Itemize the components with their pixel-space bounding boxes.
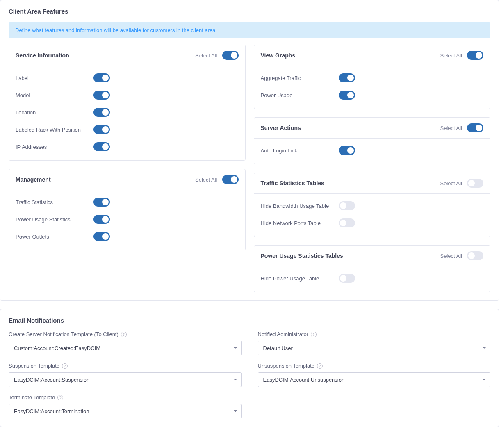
- caret-down-icon: [234, 379, 237, 380]
- select-all-toggle-view-graphs[interactable]: [467, 51, 483, 60]
- select-unsuspension-template[interactable]: EasyDCIM:Account:Unsuspension: [258, 372, 491, 387]
- toggle-row: Labeled Rack With Position: [16, 121, 239, 138]
- form-group-create-server: Create Server Notification Template (To …: [9, 331, 242, 355]
- select-create-server-template[interactable]: Custom:Account:Created:EasyDCIM: [9, 341, 242, 355]
- select-value: Custom:Account:Created:EasyDCIM: [14, 345, 100, 351]
- select-value: EasyDCIM:Account:Suspension: [14, 377, 89, 383]
- select-all-label: Select All: [195, 177, 217, 183]
- form-group-notified-admin: Notified Administrator ? Default User: [258, 331, 491, 355]
- toggle-row: Location: [16, 104, 239, 121]
- label-text: Create Server Notification Template (To …: [9, 331, 118, 337]
- panel-body: Hide Bandwidth Usage Table Hide Network …: [254, 194, 490, 237]
- form-label: Terminate Template ?: [9, 394, 242, 400]
- select-value: Default User: [263, 345, 293, 351]
- panel-body: Label Model Location Labeled Rack With P…: [9, 66, 245, 160]
- select-all-toggle-traffic-stats[interactable]: [467, 179, 483, 188]
- label-text: Terminate Template: [9, 394, 55, 400]
- toggle-model[interactable]: [93, 91, 110, 100]
- select-suspension-template[interactable]: EasyDCIM:Account:Suspension: [9, 372, 242, 387]
- toggle-label: Power Outlets: [16, 234, 93, 240]
- select-all-group: Select All: [195, 51, 238, 60]
- toggle-power-outlets[interactable]: [93, 232, 110, 241]
- panel-header: Server Actions Select All: [254, 118, 490, 139]
- panel-header: Traffic Statistics Tables Select All: [254, 173, 490, 194]
- select-all-label: Select All: [440, 253, 462, 259]
- help-icon[interactable]: ?: [57, 395, 63, 400]
- toggle-row: Label: [16, 69, 239, 86]
- select-all-group: Select All: [440, 179, 483, 188]
- email-notifications-card: Email Notifications Create Server Notifi…: [0, 309, 499, 427]
- panel-header: View Graphs Select All: [254, 45, 490, 66]
- select-value: EasyDCIM:Account:Unsuspension: [263, 377, 345, 383]
- help-icon[interactable]: ?: [317, 363, 323, 369]
- panel-title: View Graphs: [261, 52, 296, 59]
- select-all-label: Select All: [440, 125, 462, 131]
- panel-body: Traffic Statistics Power Usage Statistic…: [9, 190, 245, 250]
- toggle-label: Label: [16, 75, 93, 81]
- panel-server-actions: Server Actions Select All Auto Login Lin…: [254, 117, 491, 164]
- select-all-toggle-management[interactable]: [222, 175, 239, 184]
- toggle-row: Traffic Statistics: [16, 193, 239, 211]
- select-all-group: Select All: [440, 123, 483, 132]
- toggle-auto-login-link[interactable]: [339, 146, 355, 155]
- help-icon[interactable]: ?: [311, 332, 317, 337]
- select-all-group: Select All: [440, 51, 483, 60]
- info-banner: Define what features and information wil…: [9, 22, 490, 38]
- panel-header: Service Information Select All: [9, 45, 245, 66]
- panel-view-graphs: View Graphs Select All Aggregate Traffic…: [254, 45, 491, 109]
- toggle-hide-bandwidth-table[interactable]: [339, 201, 355, 210]
- toggle-row: Hide Bandwidth Usage Table: [261, 197, 484, 214]
- form-group-suspension: Suspension Template ? EasyDCIM:Account:S…: [9, 363, 242, 387]
- form-label: Create Server Notification Template (To …: [9, 331, 242, 337]
- panel-title: Service Information: [16, 52, 69, 59]
- toggle-labeled-rack[interactable]: [93, 125, 110, 134]
- toggle-location[interactable]: [93, 108, 110, 117]
- select-all-label: Select All: [195, 52, 217, 59]
- toggle-aggregate-traffic[interactable]: [339, 73, 355, 82]
- panels-columns: Service Information Select All Label Mod…: [0, 45, 499, 300]
- help-icon[interactable]: ?: [121, 332, 127, 337]
- select-notified-admin[interactable]: Default User: [258, 341, 491, 355]
- toggle-power-usage-graph[interactable]: [339, 91, 355, 100]
- toggle-label-field[interactable]: [93, 73, 110, 82]
- toggle-power-usage-stats[interactable]: [93, 215, 110, 224]
- select-all-group: Select All: [440, 251, 483, 260]
- toggle-label: Auto Login Link: [261, 148, 339, 154]
- right-column: View Graphs Select All Aggregate Traffic…: [254, 45, 491, 292]
- caret-down-icon: [483, 347, 486, 349]
- toggle-row: Auto Login Link: [261, 142, 484, 159]
- left-column: Service Information Select All Label Mod…: [9, 45, 246, 292]
- caret-down-icon: [483, 379, 486, 380]
- panel-body: Auto Login Link: [254, 139, 490, 164]
- panel-body: Hide Power Usage Table: [254, 266, 490, 292]
- select-all-label: Select All: [440, 180, 462, 186]
- panel-traffic-stats-tables: Traffic Statistics Tables Select All Hid…: [254, 173, 491, 237]
- toggle-row: Aggregate Traffic: [261, 69, 484, 86]
- toggle-ip-addresses[interactable]: [93, 142, 110, 151]
- toggle-label: Model: [16, 92, 93, 98]
- toggle-traffic-statistics[interactable]: [93, 198, 110, 207]
- caret-down-icon: [234, 410, 237, 412]
- toggle-row: IP Addresses: [16, 138, 239, 155]
- select-all-toggle-power-stats[interactable]: [467, 251, 483, 260]
- select-terminate-template[interactable]: EasyDCIM:Account:Termination: [9, 404, 242, 418]
- toggle-hide-network-ports-table[interactable]: [339, 218, 355, 227]
- label-text: Unsuspension Template: [258, 363, 315, 369]
- help-icon[interactable]: ?: [62, 363, 68, 369]
- select-all-toggle-service-info[interactable]: [222, 51, 239, 60]
- client-area-features-card: Client Area Features Define what feature…: [0, 0, 499, 301]
- label-text: Notified Administrator: [258, 331, 309, 337]
- toggle-hide-power-usage-table[interactable]: [339, 274, 355, 283]
- panel-header: Management Select All: [9, 169, 245, 190]
- select-all-group: Select All: [195, 175, 238, 184]
- client-area-title: Client Area Features: [0, 0, 499, 22]
- form-label: Notified Administrator ?: [258, 331, 491, 337]
- form-group-unsuspension: Unsuspension Template ? EasyDCIM:Account…: [258, 363, 491, 387]
- toggle-row: Power Usage Statistics: [16, 211, 239, 228]
- toggle-label: Aggregate Traffic: [261, 75, 339, 81]
- toggle-label: IP Addresses: [16, 144, 93, 150]
- select-all-toggle-server-actions[interactable]: [467, 123, 483, 132]
- toggle-row: Power Outlets: [16, 228, 239, 245]
- panel-header: Power Usage Statistics Tables Select All: [254, 246, 490, 266]
- toggle-label: Power Usage: [261, 92, 339, 98]
